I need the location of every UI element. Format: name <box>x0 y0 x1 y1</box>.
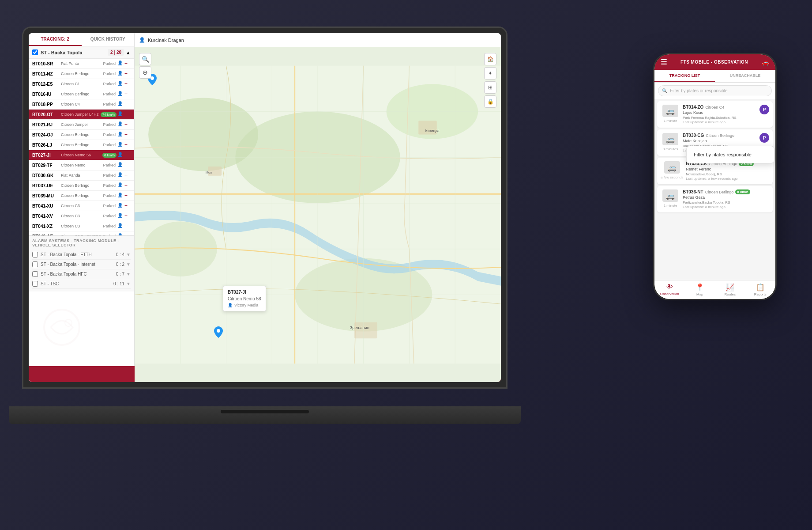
vehicle-item[interactable]: BT037-UE Citroen Berlingo Parked 👤 + <box>29 181 134 191</box>
phone-nav-map[interactable]: 📍 Map <box>685 283 715 296</box>
tab-tracking[interactable]: TRACKING: 2 <box>29 33 82 46</box>
phone-search-input[interactable]: 🔍 Filter by plates or responsible <box>658 85 772 96</box>
search-tool-btn[interactable]: 🔍 <box>139 53 151 65</box>
tab-tracking-list[interactable]: TRACKING LIST <box>654 70 715 82</box>
svg-point-28 <box>217 329 220 333</box>
phone-nav-icon: 👁 <box>666 283 673 291</box>
phone-nav-label: Observation <box>660 292 679 296</box>
alarm-checkbox[interactable] <box>32 252 38 257</box>
add-icon[interactable]: + <box>124 121 131 128</box>
alarm-checkbox[interactable] <box>32 271 38 277</box>
phone-vehicle-time: Last updated: a few seconds ago <box>686 177 769 181</box>
map-tools: 🔍 ⊖ <box>139 53 151 79</box>
vehicle-item[interactable]: BT027-JI Citroen Nemo 56 6 km/h 👤 + <box>29 150 134 160</box>
add-icon[interactable]: + <box>124 71 131 77</box>
add-icon[interactable]: + <box>124 182 131 189</box>
add-icon[interactable]: + <box>124 152 131 158</box>
vehicle-item[interactable]: BT018-PP Citroen C4 Parked 👤 + <box>29 99 134 110</box>
alarm-group-item[interactable]: ST - Backa Topola HFC 0 : 7 ▼ <box>32 269 131 279</box>
person-icon: 👤 <box>117 152 124 158</box>
add-icon[interactable]: + <box>124 172 131 178</box>
alarm-name: ST - TSC <box>41 281 113 286</box>
add-icon[interactable]: + <box>124 91 131 97</box>
vehicle-item[interactable]: BT026-LJ Citroen Berlingo Parked 👤 + <box>29 140 134 150</box>
vehicle-item[interactable]: BT042-AE Citroen C3 BUSINESS Parked 👤 + <box>29 231 134 235</box>
status-parked: Parked <box>103 143 116 147</box>
alarm-checkbox[interactable] <box>32 281 38 287</box>
compass-nav-btn[interactable]: ✦ <box>484 67 496 80</box>
phone-vehicle-item[interactable]: 🚐 1 minute BT014-ZO Citroen C4 Lajos Koc… <box>657 101 773 128</box>
vehicle-item[interactable]: BT041-XV Citroen C3 Parked 👤 + <box>29 211 134 221</box>
vehicle-plate: BT041-XZ <box>32 224 61 229</box>
tab-unreachable[interactable]: UNREACHABLE <box>715 70 775 82</box>
alarm-count: 0 : 11 <box>113 281 124 286</box>
vehicle-item[interactable]: BT039-MU Citroen Berlingo Parked 👤 + <box>29 191 134 201</box>
add-icon[interactable]: + <box>124 111 131 117</box>
add-icon[interactable]: + <box>124 203 131 209</box>
alarm-group-item[interactable]: ST - Backa Topola - FTTH 0 : 4 ▼ <box>32 250 131 260</box>
vehicle-item[interactable]: BT010-SR Fiat Punto Parked 👤 + <box>29 59 134 69</box>
alarm-group-item[interactable]: ST - Backa Topola - Internet 0 : 2 ▼ <box>32 260 131 269</box>
phone-nav-observation[interactable]: 👁 Observation <box>654 283 685 296</box>
menu-icon[interactable]: ☰ <box>661 58 667 66</box>
phone-nav-reports[interactable]: 📋 Reports <box>745 283 776 296</box>
phone-vehicle-time: Last updated: a minute ago <box>683 120 757 124</box>
status-parked: Parked <box>103 82 116 86</box>
tab-history[interactable]: QUICK HISTORY <box>82 33 135 46</box>
vehicle-plate: BT021-RJ <box>32 122 61 127</box>
close-button[interactable]: CLOSE <box>29 366 135 382</box>
home-nav-btn[interactable]: 🏠 <box>484 53 496 65</box>
phone-nav-routes[interactable]: 📈 Routes <box>715 283 745 296</box>
vehicle-item[interactable]: BT041-XU Citroen C3 Parked 👤 + <box>29 201 134 211</box>
lock-nav-btn[interactable]: 🔒 <box>484 95 496 108</box>
phone-title: FTS MOBILE - OBSERVATION <box>680 60 748 64</box>
phone-vehicle-img: 🚐 <box>664 161 680 174</box>
vehicle-item[interactable]: BT020-OT Citroen Jumper L4H2 74 km/h 👤 + <box>29 110 134 120</box>
vehicle-item[interactable]: BT041-XZ Citroen C3 Parked 👤 + <box>29 221 134 231</box>
add-icon[interactable]: + <box>124 61 131 67</box>
person-icon: 👤 <box>117 71 124 77</box>
map-nav-tools: 🏠 ✦ ⊞ 🔒 <box>484 53 496 108</box>
layers-nav-btn[interactable]: ⊞ <box>484 81 496 94</box>
map-user-info: 👤 Kurcinak Dragan <box>139 37 184 43</box>
phone-vehicle-person: Petras Geza <box>683 195 769 200</box>
filter-tooltip: Filter by plates responsible <box>686 146 774 163</box>
add-icon[interactable]: + <box>124 81 131 87</box>
group-checkbox[interactable] <box>32 49 38 55</box>
phone-vehicle-item[interactable]: 🚐 1 minute BT036-NT Citroen Berlingo 8 k… <box>657 186 773 212</box>
vehicle-item[interactable]: BT016-IU Citroen Berlingo Parked 👤 + <box>29 89 134 99</box>
person-icon: 👤 <box>117 193 124 199</box>
vehicle-item[interactable]: BT012-ES Citroen C1 Parked 👤 + <box>29 79 134 89</box>
vehicle-item[interactable]: BT029-TF Citroen Nemo Parked 👤 + <box>29 160 134 170</box>
scene: TRACKING: 2 QUICK HISTORY ST - Backa Top… <box>0 0 812 530</box>
vehicle-plate: BT018-PP <box>32 102 61 107</box>
add-icon[interactable]: + <box>124 162 131 168</box>
add-icon[interactable]: + <box>124 193 131 199</box>
alarm-name: ST - Backa Topola HFC <box>41 272 116 276</box>
add-icon[interactable]: + <box>124 223 131 229</box>
laptop-base <box>9 406 521 424</box>
phone-vehicle-model: Citroen Berlingo <box>705 190 734 194</box>
add-icon[interactable]: + <box>124 213 131 219</box>
add-icon[interactable]: + <box>124 142 131 148</box>
vehicle-group-header[interactable]: ST - Backa Topola 2 | 20 ▲ <box>29 46 134 59</box>
phone-header: ☰ FTS MOBILE - OBSERVATION 🚗 <box>654 54 775 70</box>
vehicle-model: Fiat Panda <box>61 173 103 178</box>
minus-tool-btn[interactable]: ⊖ <box>139 66 151 79</box>
alarm-group-item[interactable]: ST - TSC 0 : 11 ▼ <box>32 279 131 289</box>
vehicle-item[interactable]: BT024-OJ Citroen Berlingo Parked 👤 + <box>29 130 134 140</box>
vehicle-plate: BT027-JI <box>32 153 61 158</box>
vehicle-item[interactable]: DT030-GK Fiat Panda Parked 👤 + <box>29 170 134 181</box>
person-icon: 👤 <box>117 172 124 178</box>
add-icon[interactable]: + <box>124 132 131 138</box>
phone-tabs: TRACKING LIST UNREACHABLE <box>654 70 775 83</box>
map-pin-2[interactable] <box>214 326 223 338</box>
phone-body: ☰ FTS MOBILE - OBSERVATION 🚗 TRACKING LI… <box>653 53 777 300</box>
vehicle-plate: BT020-OT <box>32 112 61 117</box>
add-icon[interactable]: + <box>124 101 131 107</box>
vehicle-model: Citroen Nemo 56 <box>61 153 102 157</box>
alarm-checkbox[interactable] <box>32 261 38 267</box>
vehicle-item[interactable]: BT021-RJ Citroen Jumper Parked 👤 + <box>29 120 134 130</box>
alarm-groups: ST - Backa Topola - FTTH 0 : 4 ▼ ST - Ba… <box>32 250 131 289</box>
vehicle-item[interactable]: BT011-NZ Citroen Berlingo Parked 👤 + <box>29 69 134 79</box>
